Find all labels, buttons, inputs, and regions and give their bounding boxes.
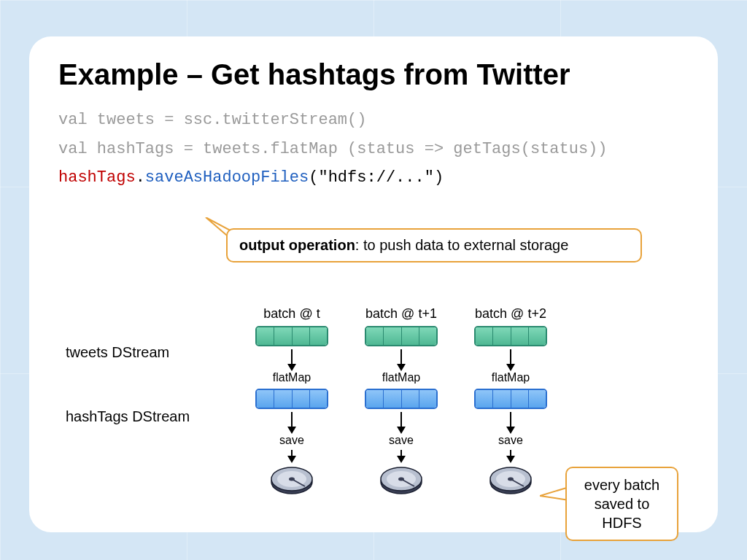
code-line-1: val tweets = ssc.twitterStream() xyxy=(58,111,366,129)
callout-bold: output operation xyxy=(239,237,355,253)
rdd-green-icon xyxy=(474,326,547,346)
batch-label: batch @ t xyxy=(241,306,343,322)
hdfs-callout: every batch saved to HDFS xyxy=(565,467,678,541)
code-dot: . xyxy=(136,168,145,187)
column-batch-t1: batch @ t+1 flatMap save xyxy=(350,306,452,499)
arrow-down-icon xyxy=(291,349,293,370)
flatmap-label: flatMap xyxy=(241,371,343,384)
arrow-down-icon xyxy=(510,412,511,432)
arrow-down-icon xyxy=(291,450,293,462)
save-label: save xyxy=(460,434,562,447)
rdd-green-icon xyxy=(255,326,328,346)
rdd-blue-icon xyxy=(365,389,438,409)
code-block: val tweets = ssc.twitterStream() val has… xyxy=(58,106,689,192)
rdd-blue-icon xyxy=(255,389,328,409)
disk-icon xyxy=(379,466,423,499)
tweets-dstream-label: tweets DStream xyxy=(66,344,169,361)
slide-card: Example – Get hashtags from Twitter val … xyxy=(29,36,718,532)
arrow-down-icon xyxy=(400,450,402,462)
output-operation-callout: output operation: to push data to extern… xyxy=(226,228,642,262)
arrow-down-icon xyxy=(510,349,511,370)
code-method: saveAsHadoopFiles xyxy=(145,168,309,187)
arrow-down-icon xyxy=(400,412,402,432)
column-batch-t: batch @ t flatMap save xyxy=(241,306,343,499)
svg-marker-13 xyxy=(540,487,569,500)
rdd-green-icon xyxy=(365,326,438,346)
arrow-down-icon xyxy=(510,450,511,462)
flatmap-label: flatMap xyxy=(460,371,562,384)
code-hashtags: hashTags xyxy=(58,168,136,187)
rdd-blue-icon xyxy=(474,389,547,409)
arrow-down-icon xyxy=(291,412,293,432)
code-arg: ("hdfs://...") xyxy=(309,168,444,187)
batch-label: batch @ t+2 xyxy=(460,306,562,322)
batch-label: batch @ t+1 xyxy=(350,306,452,322)
flatmap-label: flatMap xyxy=(350,371,452,384)
disk-icon xyxy=(489,466,533,499)
save-label: save xyxy=(350,434,452,447)
slide-title: Example – Get hashtags from Twitter xyxy=(58,58,689,91)
disk-icon xyxy=(270,466,314,499)
code-line-2: val hashTags = tweets.flatMap (status =>… xyxy=(58,140,608,158)
column-batch-t2: batch @ t+2 flatMap save xyxy=(460,306,562,499)
arrow-down-icon xyxy=(400,349,402,370)
save-label: save xyxy=(241,434,343,447)
hashtags-dstream-label: hashTags DStream xyxy=(66,408,190,425)
callout-rest: : to push data to external storage xyxy=(355,237,568,253)
